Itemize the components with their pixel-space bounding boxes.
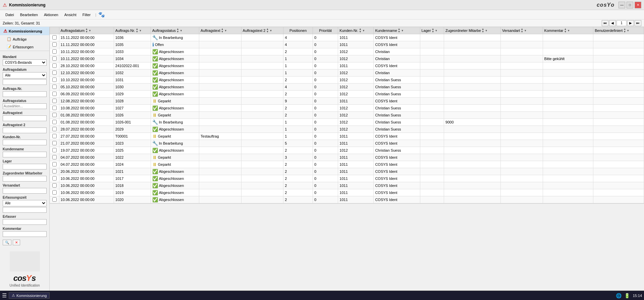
table-row[interactable]: 10.11.2022 00:00:00 1033 ✅ Abgeschlossen… <box>50 48 644 55</box>
menu-filter[interactable]: Filter <box>80 12 93 18</box>
sidebar-item-auftraege[interactable]: 📋 Aufträge <box>0 35 49 43</box>
row-checkbox-cell[interactable] <box>50 196 59 203</box>
horizontal-scrollbar[interactable] <box>50 203 644 207</box>
col-kundenname-header[interactable]: Kundenname ▲▼ ▼ <box>374 27 420 34</box>
row-checkbox-cell[interactable] <box>50 41 59 48</box>
lager-input[interactable] <box>3 164 47 169</box>
sort-kundenname[interactable]: ▲▼ <box>398 28 400 33</box>
menu-bearbeiten[interactable]: Bearbeiten <box>17 12 41 18</box>
erfasser-input[interactable] <box>3 219 47 225</box>
next-page-button[interactable]: ▶ <box>627 20 634 26</box>
col-auftragstext2-header[interactable]: Auftragstext 2 ▲▼ ▼ <box>241 27 283 34</box>
auftragsstatus-input[interactable] <box>3 103 47 109</box>
sidebar-item-erfassungen[interactable]: 📝 Erfassungen <box>0 43 49 51</box>
col-auftragstext-header[interactable]: Auftragstext ▲▼ ▼ <box>199 27 241 34</box>
sort-benutzerdefiniert[interactable]: ▲▼ <box>623 28 626 33</box>
table-row[interactable]: 10.06.2022 00:00:00 1020 ✅ Abgeschlossen… <box>50 196 644 203</box>
close-button[interactable]: ✕ <box>635 2 641 8</box>
sort-mitarbeiter[interactable]: ▲▼ <box>482 28 484 33</box>
row-checkbox-cell[interactable] <box>50 77 59 84</box>
sort-auftrags-nr[interactable]: ▲▼ <box>136 28 139 33</box>
kunden-nr-input[interactable] <box>3 140 47 145</box>
table-row[interactable]: 10.11.2022 00:00:00 1034 ✅ Abgeschlossen… <box>50 55 644 62</box>
col-auftragsstatus-header[interactable]: Auftragsstatus ▲▼ ▼ <box>151 27 199 34</box>
table-row[interactable]: 19.07.2022 00:00:00 1025 ✅ Abgeschlossen… <box>50 147 644 154</box>
table-row[interactable]: 10.10.2022 00:00:00 1031 ✅ Abgeschlossen… <box>50 77 644 84</box>
sort-kommentar[interactable]: ▲▼ <box>564 28 567 33</box>
menu-ansicht[interactable]: Ansicht <box>62 12 79 18</box>
col-versandart-header[interactable]: Versandart ▲▼ ▼ <box>501 27 543 34</box>
auftragstext-input[interactable] <box>3 115 47 121</box>
menu-icon[interactable]: 🐾 <box>98 11 105 18</box>
table-row[interactable]: 28.07.2022 00:00:00 2029 ✅ Abgeschlossen… <box>50 126 644 133</box>
table-row[interactable]: 10.06.2022 00:00:00 1017 ✅ Abgeschlossen… <box>50 175 644 182</box>
table-row[interactable]: 05.10.2022 00:00:00 1030 ✅ Abgeschlossen… <box>50 84 644 91</box>
row-checkbox-cell[interactable] <box>50 105 59 112</box>
table-row[interactable]: 12.08.2022 00:00:00 1028 ⏸ Geparkt 9 0 1… <box>50 98 644 105</box>
sort-kunden-nr[interactable]: ▲▼ <box>359 28 362 33</box>
row-checkbox-cell[interactable] <box>50 168 59 175</box>
menu-datei[interactable]: Datei <box>3 12 17 18</box>
sort-auftragsdatum[interactable]: ▲▼ <box>85 28 88 33</box>
col-auftrags-nr-header[interactable]: Auftrags-Nr. ▲▼ ▼ <box>114 27 151 34</box>
row-checkbox-cell[interactable] <box>50 140 59 147</box>
clear-filter-button[interactable]: ✕ <box>13 240 20 245</box>
auftragsdatum-input[interactable] <box>3 79 47 85</box>
table-row[interactable]: 01.08.2022 00:00:00 1026 ⏸ Geparkt 2 0 1… <box>50 112 644 119</box>
table-row[interactable]: 10.08.2022 00:00:00 1027 ✅ Abgeschlossen… <box>50 105 644 112</box>
table-row[interactable]: 06.09.2022 00:00:00 1029 ✅ Abgeschlossen… <box>50 91 644 98</box>
erfassungszeit-select[interactable]: Alle <box>3 200 47 206</box>
row-checkbox-cell[interactable] <box>50 154 59 161</box>
versandart-input[interactable] <box>3 188 47 194</box>
table-row[interactable]: 21.07.2022 00:00:00 1023 🔧 In Bearbeitun… <box>50 140 644 147</box>
prev-page-button[interactable]: ◀ <box>609 20 616 26</box>
row-checkbox-cell[interactable] <box>50 147 59 154</box>
auftrags-nr-input[interactable] <box>3 91 47 97</box>
sort-auftragstext[interactable]: ▲▼ <box>221 28 224 33</box>
row-checkbox-cell[interactable] <box>50 34 59 41</box>
erfassungszeit-input[interactable] <box>3 207 47 213</box>
col-benutzerdefiniert-header[interactable]: Benutzerdefiniert ▲▼ ▼ <box>593 27 644 34</box>
row-checkbox-cell[interactable] <box>50 48 59 55</box>
table-row[interactable]: 20.06.2022 00:00:00 1021 ✅ Abgeschlossen… <box>50 168 644 175</box>
table-row[interactable]: 04.07.2022 00:00:00 1024 ⏸ Geparkt 2 0 1… <box>50 161 644 168</box>
sort-auftragsstatus[interactable]: ▲▼ <box>176 28 179 33</box>
filter-auftragsdatum[interactable]: ▼ <box>89 29 91 32</box>
col-mitarbeiter-header[interactable]: Zugeordneter Mitarbe ▲▼ ▼ <box>444 27 501 34</box>
table-row[interactable]: 10.06.2022 00:00:00 1018 ✅ Abgeschlossen… <box>50 182 644 189</box>
page-number-input[interactable] <box>616 20 627 26</box>
row-checkbox-cell[interactable] <box>50 126 59 133</box>
maximize-button[interactable]: □ <box>627 2 633 8</box>
row-checkbox-cell[interactable] <box>50 133 59 140</box>
mandant-select[interactable]: COSYS-Bestands <box>3 59 47 66</box>
table-row[interactable]: 27.07.2022 00:00:00 T00001 ⏸ Geparkt Tes… <box>50 133 644 140</box>
menu-aktionen[interactable]: Aktionen <box>41 12 61 18</box>
apply-filter-button[interactable]: 🔍 <box>3 240 11 245</box>
col-lager-header[interactable]: Lager ▲▼ ▼ <box>420 27 444 34</box>
row-checkbox-cell[interactable] <box>50 112 59 119</box>
table-row[interactable]: 12.10.2022 00:00:00 1032 ✅ Abgeschlossen… <box>50 69 644 77</box>
auftragstext2-input[interactable] <box>3 128 47 133</box>
sort-auftragstext2[interactable]: ▲▼ <box>266 28 269 33</box>
row-checkbox-cell[interactable] <box>50 161 59 168</box>
row-checkbox-cell[interactable] <box>50 182 59 189</box>
zugeordneter-mitarbeiter-input[interactable] <box>3 176 47 182</box>
row-checkbox-cell[interactable] <box>50 175 59 182</box>
col-kommentar-header[interactable]: Kommentar ▲▼ ▼ <box>543 27 593 34</box>
start-button[interactable]: ☰ <box>2 292 7 299</box>
table-row[interactable]: 01.08.2022 00:00:00 1026-001 🔧 In Bearbe… <box>50 119 644 126</box>
row-checkbox-cell[interactable] <box>50 119 59 126</box>
row-checkbox-cell[interactable] <box>50 69 59 77</box>
table-row[interactable]: 10.06.2022 00:00:00 1019 ✅ Abgeschlossen… <box>50 189 644 196</box>
table-container[interactable]: Auftragsdatum ▲▼ ▼ Auftrags-Nr. ▲▼ ▼ <box>50 27 644 291</box>
taskbar-app-item[interactable]: ⚠ Kommissionierung <box>9 292 50 299</box>
row-checkbox-cell[interactable] <box>50 55 59 62</box>
table-row[interactable]: 11.11.2022 00:00:00 1035 ℹ Offen 4 0 101… <box>50 41 644 48</box>
kundenname-input[interactable] <box>3 152 47 157</box>
sort-versandart[interactable]: ▲▼ <box>521 28 523 33</box>
row-checkbox-cell[interactable] <box>50 98 59 105</box>
row-checkbox-cell[interactable] <box>50 84 59 91</box>
row-checkbox-cell[interactable] <box>50 62 59 69</box>
kommentar-input[interactable] <box>3 231 47 237</box>
table-row[interactable]: 04.07.2022 00:00:00 1022 ⏸ Geparkt 3 0 1… <box>50 154 644 161</box>
